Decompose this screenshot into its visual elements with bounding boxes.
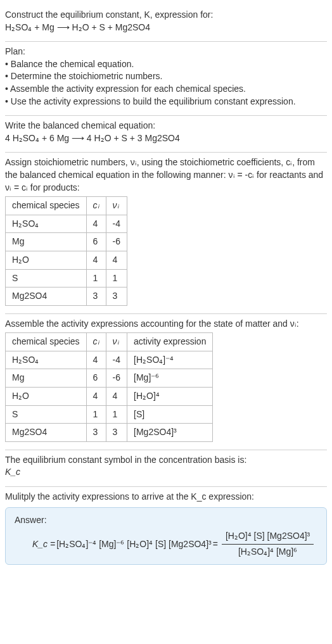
cell-vi: -4 xyxy=(106,351,127,369)
cell-vi: -6 xyxy=(106,233,127,251)
section-ksymbol: The equilibrium constant symbol in the c… xyxy=(5,450,327,487)
table-row: H₂SO₄ 4 -4 [H₂SO₄]⁻⁴ xyxy=(6,351,213,369)
table-row: Mg 6 -6 xyxy=(6,233,127,251)
cell-ci: 6 xyxy=(86,369,106,388)
table-header-row: chemical species cᵢ νᵢ xyxy=(6,197,127,215)
kc-fraction: [H₂O]⁴ [S] [Mg2SO4]³ [H₂SO₄]⁴ [Mg]⁶ xyxy=(222,530,314,558)
activity-table: chemical species cᵢ νᵢ activity expressi… xyxy=(5,332,213,442)
th-vi: νᵢ xyxy=(106,197,127,215)
table-row: Mg2SO4 3 3 [Mg2SO4]³ xyxy=(6,424,213,442)
cell-vi: 1 xyxy=(106,405,127,424)
stoich-intro: Assign stoichiometric numbers, νᵢ, using… xyxy=(5,156,327,194)
table-row: S 1 1 xyxy=(6,269,127,287)
plan-heading: Plan: xyxy=(5,46,327,58)
cell-species: Mg xyxy=(6,369,87,388)
section-stoich: Assign stoichiometric numbers, νᵢ, using… xyxy=(5,153,327,313)
cell-species: H₂O xyxy=(6,251,87,269)
cell-species: Mg xyxy=(6,233,87,251)
balanced-equation: 4 H₂SO₄ + 6 Mg ⟶ 4 H₂O + S + 3 Mg2SO4 xyxy=(5,132,327,145)
cell-ci: 6 xyxy=(86,233,106,251)
cell-species: H₂SO₄ xyxy=(6,351,87,369)
table-row: H₂O 4 4 [H₂O]⁴ xyxy=(6,388,213,406)
table-row: H₂O 4 4 xyxy=(6,251,127,269)
section-final: Mulitply the activity expressions to arr… xyxy=(5,487,327,572)
final-intro: Mulitply the activity expressions to arr… xyxy=(5,491,327,503)
th-ci: cᵢ xyxy=(86,197,106,215)
cell-vi: 1 xyxy=(106,269,127,287)
intro-equation: H₂SO₄ + Mg ⟶ H₂O + S + Mg2SO4 xyxy=(5,22,327,34)
cell-vi: -4 xyxy=(106,215,127,233)
section-intro: Construct the equilibrium constant, K, e… xyxy=(5,5,327,42)
table-row: S 1 1 [S] xyxy=(6,405,213,424)
th-species: chemical species xyxy=(6,333,87,351)
plan-item-2: • Determine the stoichiometric numbers. xyxy=(5,70,327,83)
table-header-row: chemical species cᵢ νᵢ activity expressi… xyxy=(6,333,213,351)
answer-box: Answer: K_c = [H₂SO₄]⁻⁴ [Mg]⁻⁶ [H₂O]⁴ [S… xyxy=(5,507,327,565)
cell-expr: [H₂SO₄]⁻⁴ xyxy=(127,351,213,369)
cell-vi: 4 xyxy=(106,388,127,406)
cell-ci: 1 xyxy=(86,405,106,424)
kc-label: K_c = xyxy=(32,538,55,551)
cell-ci: 3 xyxy=(86,424,106,442)
plan-item-4: • Use the activity expressions to build … xyxy=(5,96,327,108)
cell-expr: [S] xyxy=(127,405,213,424)
kc-expression: K_c = [H₂SO₄]⁻⁴ [Mg]⁻⁶ [H₂O]⁴ [S] [Mg2SO… xyxy=(32,530,317,558)
cell-species: S xyxy=(6,269,87,287)
cell-species: H₂SO₄ xyxy=(6,215,87,233)
cell-vi: 3 xyxy=(106,424,127,442)
kc-denominator: [H₂SO₄]⁴ [Mg]⁶ xyxy=(222,545,314,559)
kc-product-form: [H₂SO₄]⁻⁴ [Mg]⁻⁶ [H₂O]⁴ [S] [Mg2SO4]³ xyxy=(56,538,212,551)
activity-intro: Assemble the activity expressions accoun… xyxy=(5,318,327,331)
cell-species: Mg2SO4 xyxy=(6,287,87,306)
cell-ci: 4 xyxy=(86,388,106,406)
intro-line: Construct the equilibrium constant, K, e… xyxy=(5,9,327,22)
stoich-table: chemical species cᵢ νᵢ H₂SO₄ 4 -4 Mg 6 -… xyxy=(5,196,127,306)
table-row: Mg2SO4 3 3 xyxy=(6,287,127,306)
th-species: chemical species xyxy=(6,197,87,215)
th-vi: νᵢ xyxy=(106,333,127,351)
section-activity: Assemble the activity expressions accoun… xyxy=(5,314,327,450)
cell-species: H₂O xyxy=(6,388,87,406)
cell-ci: 1 xyxy=(86,269,106,287)
cell-ci: 4 xyxy=(86,251,106,269)
intro-text: Construct the equilibrium constant, K, e… xyxy=(5,9,213,20)
table-row: Mg 6 -6 [Mg]⁻⁶ xyxy=(6,369,213,388)
cell-expr: [Mg2SO4]³ xyxy=(127,424,213,442)
plan-item-3: • Assemble the activity expression for e… xyxy=(5,83,327,96)
cell-vi: 4 xyxy=(106,251,127,269)
table-row: H₂SO₄ 4 -4 xyxy=(6,215,127,233)
equals-sign: = xyxy=(213,538,218,551)
cell-ci: 4 xyxy=(86,215,106,233)
plan-item-1: • Balance the chemical equation. xyxy=(5,58,327,71)
cell-species: Mg2SO4 xyxy=(6,424,87,442)
balanced-heading: Write the balanced chemical equation: xyxy=(5,120,327,132)
cell-species: S xyxy=(6,405,87,424)
section-plan: Plan: • Balance the chemical equation. •… xyxy=(5,42,327,116)
cell-vi: 3 xyxy=(106,287,127,306)
ksymbol-line: The equilibrium constant symbol in the c… xyxy=(5,454,327,467)
cell-vi: -6 xyxy=(106,369,127,388)
th-expr: activity expression xyxy=(127,333,213,351)
cell-expr: [H₂O]⁴ xyxy=(127,388,213,406)
th-ci: cᵢ xyxy=(86,333,106,351)
cell-ci: 4 xyxy=(86,351,106,369)
ksymbol-symbol: K_c xyxy=(5,466,327,479)
cell-expr: [Mg]⁻⁶ xyxy=(127,369,213,388)
section-balanced: Write the balanced chemical equation: 4 … xyxy=(5,116,327,153)
cell-ci: 3 xyxy=(86,287,106,306)
answer-label: Answer: xyxy=(15,514,317,527)
kc-numerator: [H₂O]⁴ [S] [Mg2SO4]³ xyxy=(222,530,314,545)
